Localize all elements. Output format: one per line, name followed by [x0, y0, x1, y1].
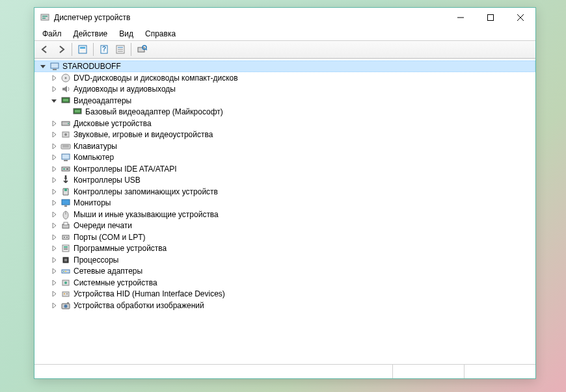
device-tree: STARODUBOFFDVD-дисководы и дисководы ком…	[34, 59, 535, 313]
tree-root-node: STARODUBOFFDVD-дисководы и дисководы ком…	[34, 60, 535, 311]
expander-icon[interactable]	[49, 118, 59, 129]
expander-icon[interactable]	[49, 141, 59, 151]
tree-category-row[interactable]: Порты (COM и LPT)	[46, 231, 535, 243]
expander-icon[interactable]	[49, 164, 59, 174]
category-label: Клавиатуры	[74, 142, 117, 151]
expander-icon[interactable]	[49, 243, 59, 254]
tree-category-node: Мыши и иные указывающие устройства	[46, 209, 535, 220]
tree-category-node: Аудиовходы и аудиовыходы	[46, 84, 535, 96]
expander-icon[interactable]	[38, 61, 48, 72]
tree-category-row[interactable]: Дисковые устройства	[46, 118, 535, 129]
category-label: Процессоры	[74, 255, 119, 265]
root-label: STARODUBOFF	[62, 62, 121, 71]
tree-category-row[interactable]: Аудиовходы и аудиовыходы	[46, 84, 535, 96]
properties-button[interactable]	[113, 42, 128, 57]
svg-rect-23	[63, 99, 68, 101]
tree-category-node: Клавиатуры	[46, 140, 535, 152]
tree-category-row[interactable]: Очереди печати	[46, 220, 535, 232]
tree-category-row[interactable]: Видеоадаптеры	[46, 95, 535, 107]
tree-category-row[interactable]: Клавиатуры	[46, 140, 535, 152]
expander-icon[interactable]	[49, 255, 59, 265]
expander-icon[interactable]	[49, 289, 59, 299]
category-label: Дисковые устройства	[74, 119, 152, 128]
maximize-button[interactable]	[476, 8, 505, 27]
expander-icon[interactable]	[49, 300, 59, 311]
toolbar-separator	[131, 43, 131, 56]
tree-category-row[interactable]: Контроллеры IDE ATA/ATAPI	[46, 163, 535, 175]
titlebar[interactable]: Диспетчер устройств	[34, 8, 535, 27]
display-icon	[61, 96, 71, 106]
menu-action[interactable]: Действие	[68, 28, 113, 40]
svg-rect-50	[64, 248, 68, 250]
tree-category-row[interactable]: Мониторы	[46, 198, 535, 209]
keyboard-icon	[61, 141, 71, 151]
expander-icon[interactable]	[49, 152, 59, 163]
minimize-button[interactable]	[446, 8, 476, 27]
tree-category-row[interactable]: Мыши и иные указывающие устройства	[46, 209, 535, 220]
tree-category-row[interactable]: Программные устройства	[46, 243, 535, 255]
audio-icon	[61, 84, 71, 94]
tree-category-row[interactable]: DVD-дисководы и дисководы компакт-дисков	[46, 72, 535, 84]
tree-root-row[interactable]: STARODUBOFF	[34, 60, 535, 72]
sound-icon	[61, 129, 71, 140]
expander-icon[interactable]	[49, 187, 59, 197]
forward-button[interactable]	[53, 42, 69, 57]
menu-view[interactable]: Вид	[114, 28, 139, 40]
svg-rect-58	[62, 292, 69, 296]
back-button[interactable]	[37, 42, 53, 57]
tree-category-row[interactable]: Контроллеры USB	[46, 175, 535, 187]
tree-category-row[interactable]: Контроллеры запоминающих устройств	[46, 186, 535, 198]
system-icon	[61, 278, 71, 288]
help-button[interactable]: ?	[96, 42, 112, 57]
tree-category-row[interactable]: Системные устройства	[46, 277, 535, 289]
expander-icon[interactable]	[49, 209, 59, 220]
mouse-icon	[61, 209, 71, 220]
scan-hardware-button[interactable]	[134, 42, 150, 57]
svg-rect-33	[62, 154, 70, 159]
expander-icon[interactable]	[49, 84, 59, 94]
svg-rect-18	[51, 63, 59, 68]
expander-icon[interactable]	[49, 96, 59, 106]
expander-icon[interactable]	[49, 129, 59, 140]
expander-icon[interactable]	[49, 266, 59, 276]
tree-category-node: Мониторы	[46, 198, 535, 209]
tree-category-row[interactable]: Устройства обработки изображений	[46, 300, 535, 311]
category-label: Аудиовходы и аудиовыходы	[74, 85, 176, 94]
toolbar-separator	[93, 43, 94, 56]
expander-icon[interactable]	[49, 73, 59, 83]
device-label: Базовый видеоадаптер (Майкрософт)	[85, 107, 223, 116]
tree-category-row[interactable]: Сетевые адаптеры	[46, 266, 535, 278]
tree-category-row[interactable]: Процессоры	[46, 254, 535, 266]
category-label: Контроллеры IDE ATA/ATAPI	[74, 164, 177, 174]
menu-file[interactable]: Файл	[37, 28, 67, 40]
tree-category-node: Контроллеры запоминающих устройств	[46, 186, 535, 198]
window-controls	[446, 8, 535, 27]
expander-icon[interactable]	[49, 220, 59, 231]
tree-device-node: Базовый видеоадаптер (Майкрософт)	[58, 107, 535, 118]
svg-rect-19	[53, 69, 57, 70]
tree-category-node: Программные устройства	[46, 243, 535, 255]
svg-rect-36	[63, 168, 65, 170]
port-icon	[61, 232, 71, 242]
close-button[interactable]	[505, 8, 535, 27]
status-cell	[392, 365, 464, 378]
svg-rect-63	[67, 302, 69, 304]
tree-device-row[interactable]: Базовый видеоадаптер (Майкрософт)	[58, 107, 535, 118]
category-label: Компьютер	[74, 153, 114, 162]
svg-rect-40	[64, 205, 67, 207]
ide-icon	[61, 164, 71, 174]
expander-icon[interactable]	[49, 232, 59, 242]
tree-category-row[interactable]: Звуковые, игровые и видеоустройства	[46, 129, 535, 141]
expander-icon[interactable]	[49, 198, 59, 208]
tree-category-row[interactable]: Устройства HID (Human Interface Devices)	[46, 289, 535, 300]
svg-rect-4	[488, 15, 494, 21]
svg-rect-55	[65, 271, 66, 272]
tree-category-row[interactable]: Компьютер	[46, 152, 535, 164]
show-hidden-button[interactable]	[75, 42, 90, 57]
device-tree-area[interactable]: STARODUBOFFDVD-дисководы и дисководы ком…	[34, 59, 535, 364]
category-label: Сетевые адаптеры	[74, 267, 142, 276]
expander-icon[interactable]	[49, 175, 59, 185]
category-label: Программные устройства	[74, 244, 167, 253]
expander-icon[interactable]	[49, 278, 59, 288]
menu-help[interactable]: Справка	[140, 28, 181, 40]
